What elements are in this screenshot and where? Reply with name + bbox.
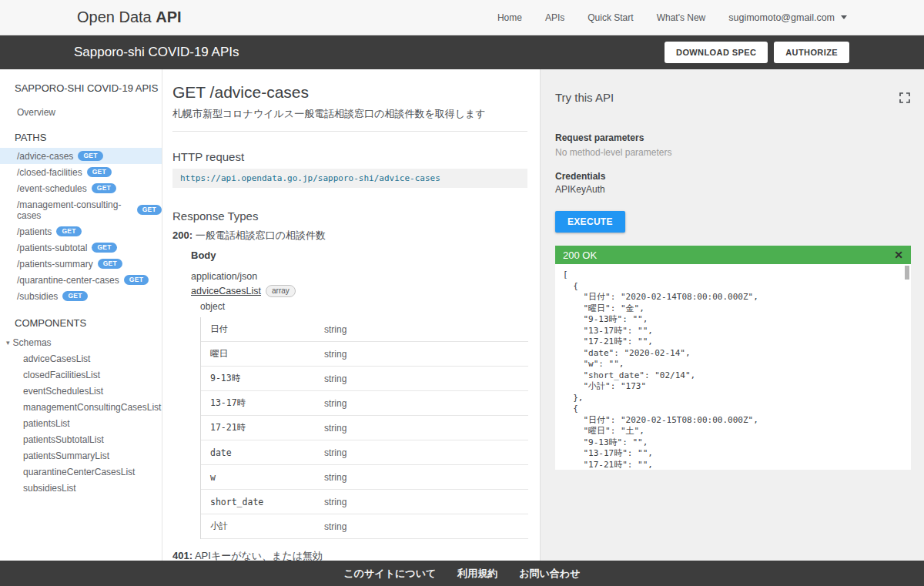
array-badge: array <box>266 285 296 297</box>
credentials-value: APIKeyAuth <box>555 184 910 195</box>
sidebar-schema-item[interactable]: subsidiesList <box>0 480 162 496</box>
field-name: short_date <box>210 497 324 507</box>
try-api-title: Try this API <box>555 91 614 104</box>
path-label: /advice-cases <box>17 151 73 162</box>
method-badge: GET <box>87 167 112 177</box>
field-name: date <box>210 447 324 458</box>
sidebar-schemas-toggle[interactable]: ▾ Schemas <box>0 335 162 350</box>
schema-link-row: adviceCasesList array <box>191 285 527 297</box>
authorize-button[interactable]: AUTHORIZE <box>774 42 849 63</box>
footer: このサイトについて利用規約お問い合わせ <box>0 561 924 586</box>
sidebar-schema-item[interactable]: managementConsultingCasesList <box>0 399 162 415</box>
sidebar-schema-item[interactable]: quarantineCenterCasesList <box>0 464 162 480</box>
table-row: 小計 string <box>201 514 528 539</box>
nav-item[interactable]: What's New <box>657 12 706 23</box>
account-menu[interactable]: sugimomoto@gmail.com <box>728 12 847 23</box>
table-row: 9-13時 string <box>201 367 528 391</box>
footer-link[interactable]: お問い合わせ <box>519 567 580 581</box>
sidebar-path-item[interactable]: /subsidies GET <box>0 288 162 304</box>
sidebar-path-item[interactable]: /event-schedules GET <box>0 180 162 196</box>
nav-item[interactable]: Quick Start <box>588 12 633 23</box>
path-label: /patients-subtotal <box>17 243 87 253</box>
try-api-header: Try this API <box>555 91 910 104</box>
response-body[interactable]: [ { "日付": "2020-02-14T08:00:00.000Z", "曜… <box>555 264 911 470</box>
content-type-label: application/json <box>191 271 527 282</box>
response-200-code: 200: <box>172 229 192 241</box>
download-spec-button[interactable]: DOWNLOAD SPEC <box>665 42 768 63</box>
account-email: sugimomoto@gmail.com <box>728 12 835 23</box>
sidebar-path-item[interactable]: /closed-facilities GET <box>0 164 162 180</box>
table-row: w string <box>201 465 528 490</box>
credentials-heading: Credentials <box>555 171 910 182</box>
table-row: 13-17時 string <box>201 391 528 416</box>
field-name: w <box>210 472 324 483</box>
path-label: /patients-summary <box>17 259 93 270</box>
response-200-line: 200: 一般電話相談窓口の相談件数 <box>172 229 527 243</box>
path-label: /closed-facilities <box>17 167 82 178</box>
response-401-line: 401: APIキーがない、または無効 <box>172 549 527 561</box>
schemas-label: Schemas <box>13 337 52 348</box>
close-icon[interactable]: ✕ <box>894 249 903 260</box>
method-badge: GET <box>124 275 149 285</box>
response-status-bar: 200 OK ✕ <box>555 246 911 264</box>
field-type: string <box>324 472 346 483</box>
method-badge: GET <box>137 205 162 215</box>
sidebar-path-item[interactable]: /quarantine-center-cases GET <box>0 272 162 288</box>
footer-link[interactable]: 利用規約 <box>457 567 497 581</box>
sidebar-path-item[interactable]: /patients GET <box>0 223 162 239</box>
collapse-triangle-icon: ▾ <box>6 339 10 347</box>
sidebar-schema-item[interactable]: patientsList <box>0 415 162 431</box>
field-type: string <box>324 398 346 409</box>
fullscreen-icon[interactable] <box>899 92 910 103</box>
site-logo[interactable]: Open Data API <box>77 8 182 26</box>
table-row: 17-21時 string <box>201 416 528 440</box>
api-header: Sapporo-shi COVID-19 APIs DOWNLOAD SPEC … <box>0 35 924 69</box>
path-label: /subsidies <box>17 291 58 302</box>
sidebar-schema-item[interactable]: patientsSubtotalList <box>0 431 162 447</box>
field-type: string <box>324 324 346 335</box>
endpoint-description: 札幌市新型コロナウイルス一般電話相談窓口の相談件数を取得します <box>172 107 527 121</box>
sidebar-path-item[interactable]: /management-consulting-cases GET <box>0 196 162 223</box>
field-name: 9-13時 <box>210 373 324 384</box>
field-type: string <box>324 497 346 507</box>
chevron-down-icon <box>841 15 847 19</box>
path-label: /patients <box>17 226 52 237</box>
sidebar-item-overview[interactable]: Overview <box>0 104 162 121</box>
divider <box>172 131 527 132</box>
path-label: /management-consulting-cases <box>17 199 132 221</box>
table-row: 日付 string <box>201 317 528 342</box>
response-json: [ { "日付": "2020-02-14T08:00:00.000Z", "曜… <box>563 270 911 470</box>
api-header-buttons: DOWNLOAD SPEC AUTHORIZE <box>665 42 849 63</box>
nav-item[interactable]: APIs <box>545 12 564 23</box>
sidebar-api-title: SAPPORO-SHI COVID-19 APIS <box>15 82 162 94</box>
request-parameters-heading: Request parameters <box>555 132 910 143</box>
sidebar-path-item[interactable]: /patients-subtotal GET <box>0 239 162 256</box>
content-area: SAPPORO-SHI COVID-19 APIS Overview PATHS… <box>0 69 924 561</box>
sidebar-schema-item[interactable]: adviceCasesList <box>0 350 162 367</box>
schema-link[interactable]: adviceCasesList <box>191 286 261 296</box>
field-type: string <box>324 521 346 532</box>
field-type: string <box>324 349 346 360</box>
sidebar-path-item[interactable]: /patients-summary GET <box>0 256 162 272</box>
request-url: https://api.opendata.go.jp/sapporo-shi/a… <box>172 169 527 188</box>
sidebar-schema-item[interactable]: eventSchedulesList <box>0 383 162 399</box>
field-name: 13-17時 <box>210 397 324 409</box>
method-badge: GET <box>92 243 116 253</box>
sidebar-path-item[interactable]: /advice-cases GET <box>0 148 162 164</box>
method-badge: GET <box>56 226 81 236</box>
nav-item[interactable]: Home <box>497 12 522 23</box>
method-badge: GET <box>62 291 87 301</box>
field-name: 日付 <box>210 323 324 335</box>
sidebar-schema-item[interactable]: closedFacilitiesList <box>0 367 162 383</box>
footer-link[interactable]: このサイトについて <box>344 567 437 581</box>
sidebar-schema-item[interactable]: patientsSummaryList <box>0 447 162 464</box>
sidebar-paths-list: /advice-cases GET /closed-facilities GET… <box>0 148 162 304</box>
method-badge: GET <box>78 151 102 161</box>
page-title: GET /advice-cases <box>172 83 527 102</box>
sidebar: SAPPORO-SHI COVID-19 APIS Overview PATHS… <box>0 69 162 561</box>
field-type: string <box>324 447 346 458</box>
execute-button[interactable]: EXECUTE <box>555 211 625 233</box>
field-name: 小計 <box>210 521 324 532</box>
scrollbar-thumb[interactable] <box>905 266 909 280</box>
method-badge: GET <box>98 259 122 269</box>
